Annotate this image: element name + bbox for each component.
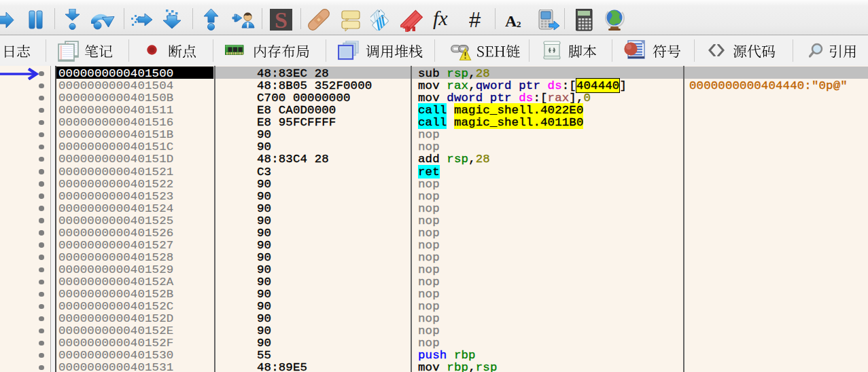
svg-text:#: # <box>469 9 481 31</box>
svg-text:S: S <box>275 9 288 31</box>
svg-text:A: A <box>505 14 517 29</box>
svg-text:fx: fx <box>433 10 448 29</box>
svg-text:2: 2 <box>517 19 521 29</box>
